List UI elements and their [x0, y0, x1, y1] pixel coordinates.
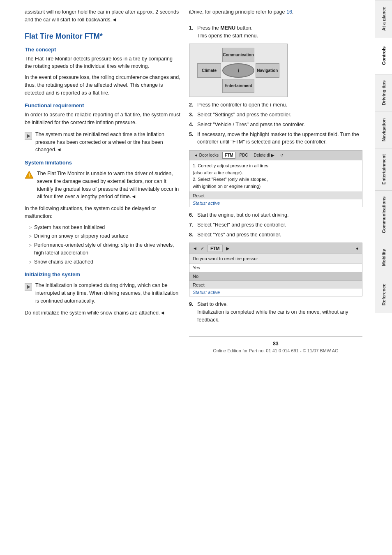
yn-dialog: ◄ ✓ FTM ▶ ● Do you want to reset tire pr…	[189, 243, 362, 296]
ftm-body: 1. Correctly adjust pressure in all tire…	[189, 160, 362, 192]
menu-communication: Communication	[222, 48, 254, 62]
section-title: Flat Tire Monitor FTM*	[25, 32, 181, 41]
system-limitations-warning-box: ! The Flat Tire Monitor is unable to war…	[25, 170, 181, 201]
step7-text: Select "Reset" and press the controller.	[197, 221, 286, 229]
play-icon	[25, 132, 32, 141]
menu-navigation: Navigation	[256, 63, 279, 78]
step-8: 8. Select "Yes" and press the controller…	[189, 231, 362, 239]
steps-list-2: 2. Press the controller to open the i me…	[189, 101, 362, 146]
step-5: 5. If necessary, move the highlight mark…	[189, 131, 362, 146]
step-3: 3. Select "Settings" and press the contr…	[189, 111, 362, 119]
functional-req-note: The system must be reinitialized each ti…	[35, 131, 181, 154]
step5-text: If necessary, move the highlight marker …	[197, 131, 362, 146]
step-9: 9. Start to drive. Initialization is com…	[189, 301, 362, 324]
step-4: 4. Select "Vehicle / Tires" and press th…	[189, 121, 362, 129]
sidebar-tab-driving-tips[interactable]: Driving tips	[375, 74, 392, 111]
step4-text: Select "Vehicle / Tires" and press the c…	[197, 121, 305, 129]
yn-dialog-header: ◄ ✓ FTM ▶ ●	[189, 243, 362, 254]
intro-text-left: assistant will no longer hold the car in…	[25, 8, 181, 24]
yn-circle-icon: ●	[356, 246, 359, 251]
list-item: Performance-oriented style of driving: s…	[25, 241, 181, 257]
steps-list-4: 9. Start to drive. Initialization is com…	[189, 301, 362, 324]
footer-text: Online Edition for Part no. 01 41 0 014 …	[189, 348, 362, 353]
ftm-header-refresh: ↺	[278, 152, 286, 158]
page-ref-link[interactable]: 16	[286, 9, 292, 15]
yn-yes: Yes	[189, 264, 362, 272]
svg-text:!: !	[28, 173, 30, 178]
play-icon-2	[25, 283, 32, 292]
system-limitations-warning: The Flat Tire Monitor is unable to warn …	[37, 170, 181, 201]
initializing-note-box: The initialization is completed during d…	[25, 282, 181, 305]
sidebar-tab-entertainment[interactable]: Entertainment	[375, 148, 392, 190]
the-concept-heading: The concept	[25, 46, 181, 53]
intro-text-right: iDrive, for operating principle refer to…	[189, 8, 362, 16]
sidebar-tab-navigation[interactable]: Navigation	[375, 111, 392, 148]
sidebar-tab-controls[interactable]: Controls	[375, 37, 392, 74]
functional-req-heading: Functional requirement	[25, 102, 181, 109]
yn-reset-label: Reset	[189, 281, 362, 289]
the-concept-body1: The Flat Tire Monitor detects pressure l…	[25, 55, 181, 71]
step-2: 2. Press the controller to open the i me…	[189, 101, 362, 109]
initializing-body: Do not initialize the system while snow …	[25, 309, 181, 317]
page-number: 83	[189, 341, 362, 347]
step-1: 1. Press the MENU button. This opens the…	[189, 24, 362, 40]
steps-list-1: 1. Press the MENU button. This opens the…	[189, 24, 362, 40]
step3-text: Select "Settings" and press the controll…	[197, 111, 291, 119]
ftm-status-label: Status: active	[189, 199, 362, 207]
ftm-reset-label: Reset	[189, 192, 362, 199]
system-limitations-heading: System limitations	[25, 160, 181, 166]
menu-center-i: i	[222, 63, 254, 78]
ftm-bar: ◄ Door locks FTM PDC Delete di ▶ ↺ 1. Co…	[189, 150, 362, 207]
yn-question: Do you want to reset tire pressur	[189, 254, 362, 264]
sidebar-tab-mobility[interactable]: Mobility	[375, 239, 392, 276]
ftm-header-pdc: PDC	[237, 152, 250, 158]
page-footer: 83 Online Edition for Part no. 01 41 0 0…	[189, 336, 362, 353]
ftm-header-delete: Delete di ▶	[252, 152, 277, 158]
yn-status-label: Status: active	[189, 289, 362, 296]
yn-ftm-label: FTM	[208, 245, 223, 252]
menu-image: Communication Climate i Navigation Enter…	[189, 44, 288, 97]
step6-text: Start the engine, but do not start drivi…	[197, 211, 288, 219]
system-limitations-body: In the following situations, the system …	[25, 205, 181, 220]
initializing-heading: Initializing the system	[25, 271, 181, 278]
sidebar: At a glance Controls Driving tips Naviga…	[375, 0, 392, 555]
step8-text: Select "Yes" and press the controller.	[197, 231, 281, 239]
ftm-header-doorlocks: ◄ Door locks	[192, 152, 221, 158]
step9-sub: Initialization is completed while the ca…	[197, 309, 348, 323]
list-item: System has not been initialized	[25, 224, 181, 231]
warning-icon: !	[25, 171, 34, 180]
functional-req-body: In order to assure the reliable reportin…	[25, 111, 181, 127]
steps-list-3: 6. Start the engine, but do not start dr…	[189, 211, 362, 238]
yn-no: No	[189, 272, 362, 281]
initializing-note: The initialization is completed during d…	[35, 282, 181, 305]
step-7: 7. Select "Reset" and press the controll…	[189, 221, 362, 229]
list-item: Driving on snowy or slippery road surfac…	[25, 232, 181, 240]
ftm-header-ftm: FTM	[222, 152, 236, 159]
sidebar-tab-communications[interactable]: Communications	[375, 190, 392, 239]
step9-text: Start to drive.	[197, 301, 228, 307]
system-limitations-list: System has not been initialized Driving …	[25, 224, 181, 266]
list-item: Snow chains are attached	[25, 258, 181, 266]
step1-sub: This opens the start menu.	[197, 33, 258, 39]
sidebar-tab-reference[interactable]: Reference	[375, 276, 392, 313]
functional-req-note-box: The system must be reinitialized each ti…	[25, 131, 181, 154]
step-6: 6. Start the engine, but do not start dr…	[189, 211, 362, 219]
menu-climate: Climate	[197, 63, 221, 78]
ftm-header: ◄ Door locks FTM PDC Delete di ▶ ↺	[189, 150, 362, 160]
sidebar-tab-at-a-glance[interactable]: At a glance	[375, 0, 392, 37]
menu-entertainment: Entertainment	[222, 79, 254, 93]
the-concept-body2: In the event of pressure loss, the rolli…	[25, 74, 181, 97]
